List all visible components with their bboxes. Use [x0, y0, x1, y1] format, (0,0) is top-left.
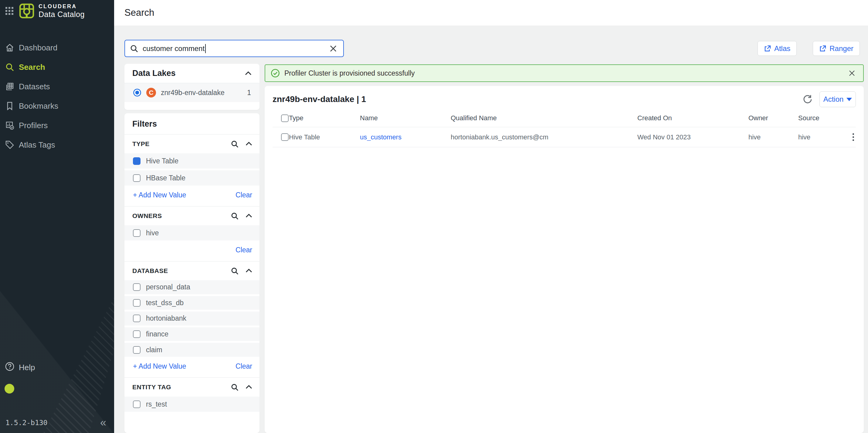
- data-lakes-title: Data Lakes: [132, 68, 176, 78]
- clear-search-button[interactable]: [328, 44, 338, 54]
- sidebar-nav: DashboardSearchDatasetsBookmarksProfiler…: [0, 38, 114, 154]
- filter-option-hive[interactable]: hive: [124, 225, 259, 240]
- filter-search-icon[interactable]: [231, 383, 239, 392]
- filter-option-label: hortoniabank: [146, 314, 186, 322]
- checkbox[interactable]: [133, 346, 141, 354]
- sidebar-item-bookmarks[interactable]: Bookmarks: [0, 96, 114, 116]
- clear-filter-link[interactable]: Clear: [236, 191, 252, 199]
- sidebar-item-datasets[interactable]: Datasets: [0, 77, 114, 96]
- checkbox-checked[interactable]: [133, 157, 141, 165]
- filter-option-label: rs_test: [146, 400, 167, 408]
- tag-icon: [5, 140, 14, 150]
- brand-name: CLOUDERA: [38, 4, 85, 9]
- filter-option-hortoniabank[interactable]: hortoniabank: [124, 312, 259, 325]
- profiler-icon: [5, 120, 14, 130]
- cell-name-link[interactable]: us_customers: [360, 133, 451, 141]
- filter-option-test-dss-db[interactable]: test_dss_db: [124, 296, 259, 310]
- row-checkbox[interactable]: [281, 133, 289, 141]
- checkbox[interactable]: [133, 283, 141, 291]
- cell-created-on: Wed Nov 01 2023: [637, 133, 748, 141]
- bookmark-icon: [5, 101, 14, 111]
- chevron-up-icon[interactable]: [245, 140, 253, 148]
- filter-section-database: DATABASEpersonal_datatest_dss_dbhortonia…: [124, 261, 259, 377]
- sidebar-item-profilers[interactable]: Profilers: [0, 116, 114, 135]
- sidebar-item-atlas-tags[interactable]: Atlas Tags: [0, 135, 114, 154]
- chat-launcher[interactable]: [5, 384, 14, 394]
- sidebar-item-label: Datasets: [19, 82, 50, 91]
- content: customer comment Atlas Ranger: [114, 26, 868, 433]
- sidebar-item-label: Search: [19, 62, 45, 72]
- filter-option-finance[interactable]: finance: [124, 327, 259, 341]
- row-menu-kebab-icon[interactable]: [851, 132, 856, 143]
- table-header-row: TypeNameQualified NameCreated OnOwnerSou…: [273, 113, 856, 127]
- chevron-up-icon[interactable]: [245, 267, 253, 275]
- banner-close-button[interactable]: [847, 68, 857, 78]
- caret-down-icon: [846, 98, 852, 101]
- data-lakes-panel: Data Lakes Cznr49b-env-datalake1: [124, 64, 259, 110]
- data-lake-count: 1: [247, 89, 251, 97]
- chevron-up-icon[interactable]: [244, 69, 252, 78]
- add-new-value-link[interactable]: + Add New Value: [133, 191, 186, 199]
- help-button[interactable]: Help: [5, 362, 114, 374]
- version-label: 1.5.2-b130: [5, 419, 48, 427]
- results-title: znr49b-env-datalake | 1: [273, 94, 801, 104]
- ranger-button[interactable]: Ranger: [813, 41, 860, 56]
- help-label: Help: [19, 363, 35, 372]
- column-header-created-on: Created On: [637, 114, 748, 122]
- sidebar-item-dashboard[interactable]: Dashboard: [0, 38, 114, 57]
- search-icon: [5, 62, 14, 72]
- filter-option-hive-table[interactable]: Hive Table: [124, 153, 259, 169]
- data-lakes-list: Cznr49b-env-datalake1: [124, 83, 259, 102]
- search-input[interactable]: customer comment: [124, 40, 344, 57]
- filter-option-label: finance: [146, 330, 168, 338]
- add-new-value-link[interactable]: + Add New Value: [133, 362, 186, 371]
- checkbox[interactable]: [133, 315, 141, 322]
- results-header: znr49b-env-datalake | 1 Action: [265, 86, 864, 113]
- atlas-button[interactable]: Atlas: [757, 41, 797, 56]
- filter-sections: TYPEHive TableHBase Table+ Add New Value…: [124, 134, 259, 413]
- filter-option-hbase-table[interactable]: HBase Table: [124, 170, 259, 185]
- top-actions: Atlas Ranger: [757, 41, 860, 56]
- filter-option-rs-test[interactable]: rs_test: [124, 397, 259, 412]
- filter-search-icon[interactable]: [231, 267, 239, 275]
- checkbox[interactable]: [133, 229, 141, 237]
- sidebar-item-search[interactable]: Search: [0, 57, 114, 77]
- checkbox[interactable]: [133, 330, 141, 338]
- filter-search-icon[interactable]: [231, 140, 239, 148]
- filter-option-claim[interactable]: claim: [124, 343, 259, 357]
- refresh-button[interactable]: [801, 92, 814, 106]
- text-caret: [205, 44, 206, 53]
- checkbox[interactable]: [133, 401, 141, 408]
- data-lake-row[interactable]: Cznr49b-env-datalake1: [124, 83, 259, 102]
- action-dropdown-button[interactable]: Action: [819, 91, 856, 107]
- chevron-up-icon[interactable]: [245, 383, 253, 391]
- radio-selected-icon[interactable]: [133, 88, 142, 97]
- brand-row: CLOUDERA Data Catalog: [0, 0, 114, 22]
- select-all-checkbox[interactable]: [281, 114, 289, 122]
- cell-type: Hive Table: [289, 133, 360, 141]
- filter-section-owners: OWNERShiveClear: [124, 206, 259, 261]
- sidebar-item-label: Bookmarks: [19, 102, 58, 111]
- filter-search-icon[interactable]: [231, 212, 239, 220]
- datasets-icon: [5, 82, 14, 91]
- checkbox[interactable]: [133, 174, 141, 182]
- version-row: 1.5.2-b130 «: [5, 417, 106, 428]
- cell-owner: hive: [748, 133, 798, 141]
- page-title: Search: [124, 7, 154, 18]
- cloudera-data-catalog-logo-icon[interactable]: [19, 3, 34, 19]
- filters-column: Data Lakes Cznr49b-env-datalake1 Filters…: [124, 64, 259, 433]
- clear-filter-link[interactable]: Clear: [236, 362, 252, 371]
- sidebar-item-label: Dashboard: [19, 43, 57, 53]
- collapse-sidebar-button[interactable]: «: [100, 417, 106, 428]
- results-panel: znr49b-env-datalake | 1 Action TypeNameQ…: [265, 86, 864, 433]
- clear-filter-link[interactable]: Clear: [236, 246, 252, 254]
- filters-title: Filters: [124, 113, 259, 134]
- column-header-type: Type: [289, 114, 360, 122]
- filter-option-personal-data[interactable]: personal_data: [124, 280, 259, 294]
- chevron-up-icon[interactable]: [245, 212, 253, 220]
- external-link-icon: [819, 45, 827, 52]
- app-switcher-icon[interactable]: [5, 7, 13, 15]
- checkbox[interactable]: [133, 299, 141, 307]
- banner-message: Profiler Cluster is provisioned successf…: [284, 69, 415, 78]
- app-window: CLOUDERA Data Catalog DashboardSearchDat…: [0, 0, 868, 433]
